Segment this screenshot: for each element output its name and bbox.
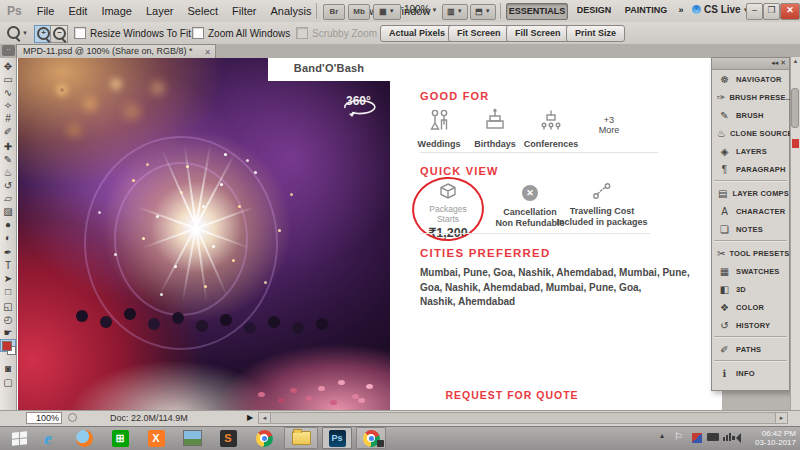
taskbar-clock[interactable]: 06:42 PM 03-10-2017 bbox=[742, 429, 796, 447]
taskbar-file-explorer[interactable] bbox=[284, 427, 318, 449]
healing-brush-tool[interactable]: ✚ bbox=[0, 140, 16, 153]
zoom-all-windows-checkbox[interactable]: Zoom All Windows bbox=[192, 27, 290, 39]
minimize-button[interactable]: – bbox=[746, 3, 763, 20]
brush-tool[interactable]: ✎ bbox=[0, 153, 16, 166]
taskbar-firefox[interactable] bbox=[70, 427, 98, 449]
menu-layer[interactable]: Layer bbox=[139, 1, 181, 22]
panel-paragraph[interactable]: ¶PARAGRAPH bbox=[712, 160, 789, 178]
menu-file[interactable]: File bbox=[30, 1, 62, 22]
dodge-tool[interactable]: ◐ bbox=[0, 231, 16, 244]
menu-analysis[interactable]: Analysis bbox=[264, 1, 319, 22]
path-selection-tool[interactable]: ➤ bbox=[0, 272, 16, 285]
taskbar-xampp[interactable]: X bbox=[142, 427, 170, 449]
mini-bridge-button[interactable]: Mb bbox=[348, 4, 370, 20]
foreground-color-swatch[interactable] bbox=[2, 341, 12, 351]
panel-notes[interactable]: ❏NOTES bbox=[712, 220, 789, 238]
shape-tool[interactable]: □ bbox=[0, 285, 16, 298]
workspace-overflow-button[interactable]: » bbox=[674, 3, 688, 18]
resize-windows-checkbox[interactable]: Resize Windows To Fit bbox=[74, 27, 191, 39]
collapse-panels-chip[interactable]: ·· bbox=[2, 45, 15, 56]
panel-layers[interactable]: ◈LAYERS bbox=[712, 142, 789, 160]
3d-rotate-tool[interactable]: ◱ bbox=[0, 300, 16, 313]
panel-brush-presets[interactable]: ✑BRUSH PRESE... bbox=[712, 88, 789, 106]
3d-orbit-tool[interactable]: ◴ bbox=[0, 313, 16, 326]
wedding-photo[interactable]: 360° bbox=[18, 58, 390, 410]
status-menu-arrow[interactable]: ▶ bbox=[247, 413, 253, 422]
taskbar-chrome[interactable] bbox=[250, 427, 278, 449]
panel-history[interactable]: ↺HISTORY bbox=[712, 316, 789, 334]
type-tool[interactable]: T bbox=[0, 259, 16, 272]
workspace-tab-design[interactable]: DESIGN bbox=[572, 3, 616, 18]
document-tab[interactable]: MPD-11.psd @ 100% (Share on, RGB/8) *✕ bbox=[16, 44, 216, 58]
action-center-flag-icon[interactable]: ⚐ bbox=[674, 431, 683, 442]
taskbar-sublime[interactable]: S bbox=[214, 427, 242, 449]
restore-button[interactable]: ❐ bbox=[763, 3, 780, 20]
panel-swatches[interactable]: ▦SWATCHES bbox=[712, 262, 789, 280]
panel-navigator[interactable]: ☸NAVIGATOR bbox=[712, 70, 789, 88]
bridge-button[interactable]: Br bbox=[323, 4, 345, 20]
tray-app-icon[interactable] bbox=[692, 433, 702, 443]
fill-screen-button[interactable]: Fill Screen bbox=[506, 25, 570, 42]
status-zoom-field[interactable]: 100% bbox=[26, 412, 62, 424]
panel-brush[interactable]: ✎BRUSH bbox=[712, 106, 789, 124]
pen-tool[interactable]: ✒ bbox=[0, 246, 16, 259]
taskbar-chrome-app[interactable] bbox=[356, 427, 386, 449]
tool-preset-arrow-icon[interactable]: ▼ bbox=[22, 30, 28, 36]
arrange-documents-button[interactable]: ▦▼ bbox=[373, 4, 401, 20]
screen-mode-button[interactable]: ⬒▼ bbox=[470, 4, 496, 20]
cs-live-button[interactable]: CS Live▼ bbox=[692, 4, 749, 15]
taskbar-photos[interactable] bbox=[178, 427, 206, 449]
panel-info[interactable]: ℹINFO bbox=[712, 364, 789, 382]
quick-mask-button[interactable]: ◙ bbox=[0, 362, 16, 375]
vertical-scroll-thumb[interactable] bbox=[791, 88, 799, 128]
workspace-tab-painting[interactable]: PAINTING bbox=[620, 3, 672, 18]
dock-header[interactable]: ◂◂ ✕ bbox=[712, 58, 789, 70]
view-extras-button[interactable]: ▥▼ bbox=[442, 4, 468, 20]
tray-expand-icon[interactable]: ▴ bbox=[660, 431, 664, 440]
zoom-out-toggle[interactable]: − bbox=[50, 25, 68, 43]
panel-clone-source[interactable]: ♨CLONE SOURCE bbox=[712, 124, 789, 142]
zoom-level-select[interactable]: 100%▼ bbox=[404, 4, 438, 15]
history-brush-tool[interactable]: ↺ bbox=[0, 179, 16, 192]
crop-tool[interactable]: # bbox=[0, 112, 16, 125]
eraser-tool[interactable]: ▱ bbox=[0, 192, 16, 205]
panel-tool-presets[interactable]: ✂TOOL PRESETS bbox=[712, 244, 789, 262]
panel-paths[interactable]: ✐PATHS bbox=[712, 340, 789, 358]
taskbar-photoshop[interactable]: Ps bbox=[322, 427, 352, 449]
panel-character[interactable]: ACHARACTER bbox=[712, 202, 789, 220]
move-tool[interactable]: ✥ bbox=[0, 60, 16, 73]
marquee-tool[interactable]: ▭ bbox=[0, 73, 16, 86]
scroll-up-arrow[interactable]: ▲ bbox=[791, 57, 800, 66]
gradient-tool[interactable]: ▨ bbox=[0, 205, 16, 218]
scroll-right-arrow[interactable]: ▸ bbox=[775, 413, 787, 423]
taskbar-internet-explorer[interactable]: e bbox=[34, 427, 62, 449]
horizontal-scrollbar[interactable]: ◂ ▸ bbox=[258, 412, 788, 424]
fit-screen-button[interactable]: Fit Screen bbox=[448, 25, 510, 42]
eyedropper-tool[interactable]: ✐ bbox=[0, 125, 16, 138]
menu-select[interactable]: Select bbox=[181, 1, 226, 22]
feature-more[interactable]: +3 More bbox=[589, 112, 629, 135]
blur-tool[interactable]: ● bbox=[0, 218, 16, 231]
taskbar-windows-store[interactable]: ⊞ bbox=[106, 427, 134, 449]
workspace-tab-essentials[interactable]: ESSENTIALS bbox=[506, 3, 568, 20]
panel-layer-comps[interactable]: ▤LAYER COMPS bbox=[712, 184, 789, 202]
pc-status-icon[interactable] bbox=[707, 433, 719, 441]
panel-color[interactable]: ❖COLOR bbox=[712, 298, 789, 316]
volume-icon[interactable] bbox=[736, 433, 741, 443]
lasso-tool[interactable]: ∿ bbox=[0, 86, 16, 99]
start-button[interactable] bbox=[3, 427, 35, 449]
quick-selection-tool[interactable]: ✧ bbox=[0, 99, 16, 112]
close-button[interactable]: ✕ bbox=[780, 3, 800, 20]
hand-tool[interactable]: ☛ bbox=[0, 326, 16, 339]
network-signal-icon[interactable] bbox=[723, 433, 731, 441]
scroll-left-arrow[interactable]: ◂ bbox=[259, 413, 271, 423]
panel-3d[interactable]: ◧3D bbox=[712, 280, 789, 298]
print-size-button[interactable]: Print Size bbox=[566, 25, 625, 42]
screen-mode-toggle[interactable]: ▢ bbox=[0, 376, 16, 389]
menu-edit[interactable]: Edit bbox=[61, 1, 94, 22]
clone-stamp-tool[interactable]: ♨ bbox=[0, 166, 16, 179]
menu-image[interactable]: Image bbox=[94, 1, 139, 22]
menu-filter[interactable]: Filter bbox=[225, 1, 263, 22]
canvas-page[interactable]: 360° Band'O'Bash GOOD FOR Weddings Birth… bbox=[17, 58, 722, 410]
actual-pixels-button[interactable]: Actual Pixels bbox=[380, 25, 454, 42]
